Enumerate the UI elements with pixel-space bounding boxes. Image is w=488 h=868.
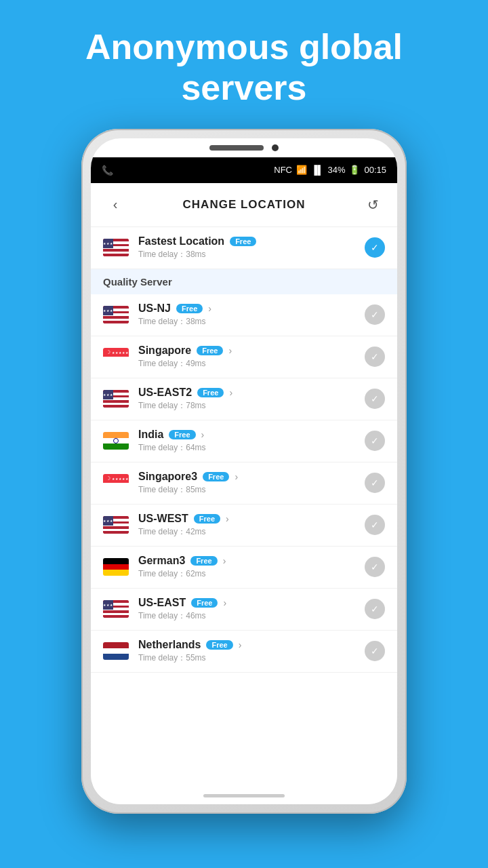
server-flag: ☽★★★★★ xyxy=(103,474,129,492)
server-info: NetherlandsFree›Time delay：55ms xyxy=(138,639,355,664)
check-icon: ✓ xyxy=(365,557,385,577)
server-name: Singapore3 xyxy=(138,471,197,483)
list-item[interactable]: ★★★ US-EASTFree›Time delay：46ms✓ xyxy=(91,589,397,631)
check-icon: ✓ xyxy=(365,431,385,451)
server-info: German3Free›Time delay：62ms xyxy=(138,555,355,580)
chevron-icon[interactable]: › xyxy=(239,639,242,650)
list-item[interactable]: ★★★ US-NJFree›Time delay：38ms✓ xyxy=(91,294,397,336)
server-items: ★★★ US-NJFree›Time delay：38ms✓ ☽★★★★★ Si… xyxy=(91,294,397,673)
server-name: Netherlands xyxy=(138,639,201,651)
wifi-icon: 📶 xyxy=(296,165,307,175)
status-bar: 📞 NFC 📶 ▐▌ 34% 🔋 00:15 xyxy=(91,157,397,183)
time-delay: Time delay：42ms xyxy=(138,526,355,538)
server-name: US-WEST xyxy=(138,513,188,525)
list-item[interactable]: IndiaFree›Time delay：64ms✓ xyxy=(91,420,397,462)
list-item[interactable]: ★★★ US-EAST2Free›Time delay：78ms✓ xyxy=(91,378,397,420)
free-badge: Free xyxy=(197,346,223,355)
free-badge: Free xyxy=(197,388,224,397)
server-info: SingaporeFree›Time delay：49ms xyxy=(138,344,355,370)
server-flag xyxy=(103,432,129,450)
server-flag xyxy=(103,642,129,660)
header-title: CHANGE LOCATION xyxy=(183,198,306,212)
chevron-icon[interactable]: › xyxy=(229,387,232,398)
fastest-name: Fastest Location xyxy=(138,235,224,248)
server-flag: ★★★ xyxy=(103,390,129,408)
free-badge: Free xyxy=(169,430,195,439)
chevron-icon[interactable]: › xyxy=(201,429,205,440)
check-icon: ✓ xyxy=(365,641,385,661)
server-flag xyxy=(103,558,129,576)
server-name: Singapore xyxy=(138,344,191,357)
chevron-icon[interactable]: › xyxy=(235,471,238,482)
server-name: India xyxy=(138,429,163,441)
free-badge: Free xyxy=(206,640,232,650)
fastest-info: Fastest Location Free Time delay：38ms xyxy=(138,235,355,260)
fastest-badge: Free xyxy=(230,237,256,246)
signal-bars: ▐▌ xyxy=(311,165,323,175)
check-icon: ✓ xyxy=(365,347,385,367)
check-icon: ✓ xyxy=(365,599,385,619)
phone-status-icon: 📞 xyxy=(102,165,113,176)
speaker-dots xyxy=(209,145,264,151)
back-button[interactable]: ‹ xyxy=(103,193,127,217)
time-delay: Time delay：46ms xyxy=(138,610,355,622)
clock: 00:15 xyxy=(364,165,386,175)
server-flag: ★★★ xyxy=(103,600,129,618)
phone-mockup: 📞 NFC 📶 ▐▌ 34% 🔋 00:15 ‹ CHANGE LOCATION… xyxy=(81,129,407,814)
refresh-button[interactable]: ↺ xyxy=(361,193,385,217)
quality-server-header: Quality Server xyxy=(91,269,397,294)
server-list: ★★★ Fastest Location Free Time delay：38m… xyxy=(91,227,397,804)
chevron-icon[interactable]: › xyxy=(226,513,229,524)
chevron-icon[interactable]: › xyxy=(208,303,211,314)
time-delay: Time delay：38ms xyxy=(138,316,355,328)
fastest-location-item[interactable]: ★★★ Fastest Location Free Time delay：38m… xyxy=(91,227,397,269)
battery-icon: 🔋 xyxy=(349,165,360,175)
check-icon: ✓ xyxy=(365,389,385,409)
server-flag: ☽★★★★★ xyxy=(103,348,129,366)
time-delay: Time delay：78ms xyxy=(138,400,355,412)
check-icon: ✓ xyxy=(365,515,385,535)
list-item[interactable]: ☽★★★★★ Singapore3Free›Time delay：85ms✓ xyxy=(91,462,397,505)
list-item[interactable]: German3Free›Time delay：62ms✓ xyxy=(91,547,397,589)
server-name: US-EAST2 xyxy=(138,387,192,399)
server-info: Singapore3Free›Time delay：85ms xyxy=(138,471,355,496)
free-badge: Free xyxy=(176,304,203,313)
time-delay: Time delay：62ms xyxy=(138,568,355,580)
time-delay: Time delay：49ms xyxy=(138,358,355,370)
nfc-icon: NFC xyxy=(274,165,292,175)
time-delay: Time delay：85ms xyxy=(138,484,355,496)
fastest-delay: Time delay：38ms xyxy=(138,249,355,260)
battery-percent: 34% xyxy=(327,165,345,175)
time-delay: Time delay：55ms xyxy=(138,652,355,664)
list-item[interactable]: ★★★ US-WESTFree›Time delay：42ms✓ xyxy=(91,505,397,547)
free-badge: Free xyxy=(203,472,229,481)
server-info: US-EASTFree›Time delay：46ms xyxy=(138,597,355,622)
list-item[interactable]: ☽★★★★★ SingaporeFree›Time delay：49ms✓ xyxy=(91,336,397,378)
server-info: US-NJFree›Time delay：38ms xyxy=(138,302,355,328)
chevron-icon[interactable]: › xyxy=(223,597,226,608)
phone-notch xyxy=(91,138,397,157)
server-name: US-EAST xyxy=(138,597,186,609)
free-badge: Free xyxy=(191,598,218,608)
app-header: ‹ CHANGE LOCATION ↺ xyxy=(91,183,397,227)
hero-title: Anonymous global servers xyxy=(0,27,488,108)
server-name: US-NJ xyxy=(138,302,171,315)
server-flag: ★★★ xyxy=(103,516,129,534)
list-item[interactable]: NetherlandsFree›Time delay：55ms✓ xyxy=(91,631,397,673)
chevron-icon[interactable]: › xyxy=(223,555,226,566)
server-info: US-WESTFree›Time delay：42ms xyxy=(138,513,355,538)
check-icon: ✓ xyxy=(365,473,385,493)
free-badge: Free xyxy=(194,514,220,524)
home-indicator xyxy=(203,794,285,797)
free-badge: Free xyxy=(190,556,217,566)
server-info: US-EAST2Free›Time delay：78ms xyxy=(138,387,355,412)
fastest-check: ✓ xyxy=(365,237,385,258)
fastest-flag: ★★★ xyxy=(103,239,129,256)
camera-dot xyxy=(272,144,279,151)
chevron-icon[interactable]: › xyxy=(228,345,232,356)
check-icon: ✓ xyxy=(365,304,385,325)
server-name: German3 xyxy=(138,555,185,567)
server-flag: ★★★ xyxy=(103,306,129,323)
server-info: IndiaFree›Time delay：64ms xyxy=(138,429,355,454)
time-delay: Time delay：64ms xyxy=(138,442,355,454)
